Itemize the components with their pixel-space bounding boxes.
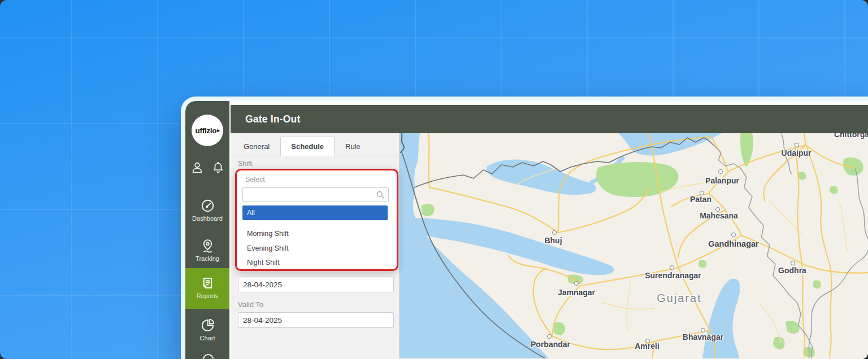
map-city-marker — [574, 281, 579, 286]
tab-bar: General Schedule Rule — [231, 133, 399, 156]
map-city-marker — [547, 334, 552, 339]
map-city-marker — [670, 265, 674, 270]
shift-label: Shift — [238, 160, 252, 168]
sidebar-item-label: Dashboard — [192, 215, 223, 222]
map-label-mahesana: Mahesana — [700, 211, 738, 220]
map-labels-layer: ChittorgaUdaipurPalanpurPatanMahesanaGan… — [400, 133, 868, 358]
sidebar-item-label: Reports — [197, 292, 219, 299]
app-logo: uffizio▸ — [192, 115, 223, 146]
tab-rule[interactable]: Rule — [335, 137, 371, 156]
map-city-marker — [552, 230, 557, 235]
tab-schedule[interactable]: Schedule — [280, 137, 335, 156]
bell-icon[interactable] — [211, 161, 225, 174]
map-city-marker — [701, 328, 705, 332]
map-city-marker — [791, 261, 795, 265]
map-label-godhra: Godhra — [778, 266, 806, 275]
map-label-patan: Patan — [690, 195, 711, 204]
option-night-shift[interactable]: Night Shift — [242, 255, 388, 270]
page-title: Gate In-Out — [245, 113, 300, 125]
option-all[interactable]: All — [242, 205, 388, 220]
report-icon — [200, 275, 215, 291]
app-window: uffizio▸ — [181, 97, 868, 359]
dropdown-search-input[interactable] — [243, 188, 388, 202]
sidebar-item-label: Tracking — [196, 255, 219, 262]
map-label-porbandar: Porbandar — [531, 340, 570, 349]
map-label-bhavnagar: Bhavnagar — [683, 332, 723, 342]
map-label-amreli: Amreli — [635, 342, 659, 351]
page-header: Gate In-Out — [231, 105, 868, 133]
valid-to-label: Valid To — [238, 300, 263, 309]
sidebar-item-dashboard[interactable]: Dashboard — [185, 198, 229, 222]
sidebar-item-partial-icon[interactable] — [203, 354, 214, 359]
shift-select[interactable]: Select — [245, 176, 265, 183]
map-label-udaipur: Udaipur — [782, 148, 811, 157]
map-city-marker — [718, 169, 723, 174]
map-city-marker — [731, 233, 736, 237]
map-label-chittorga: Chittorga — [834, 133, 868, 139]
logo-text: uffizio — [196, 126, 217, 135]
search-icon — [375, 190, 385, 200]
gate-form-panel: General Schedule Rule Shift Select — [231, 133, 400, 359]
map-label-gandhinagar: Gandhinagar — [708, 239, 758, 248]
sidebar-item-tracking[interactable]: Tracking — [185, 238, 229, 262]
map-label-gujarat: Gujarat — [657, 292, 702, 305]
tab-general[interactable]: General — [233, 137, 280, 156]
option-evening-shift[interactable]: Evening Shift — [242, 241, 388, 256]
schedule-form: Shift Select All Morning — [231, 156, 399, 359]
map-label-palanpur: Palanpur — [705, 176, 739, 185]
valid-to-input[interactable] — [238, 312, 394, 328]
option-morning-shift[interactable]: Morning Shift — [242, 226, 388, 241]
desktop-background: uffizio▸ — [0, 0, 868, 359]
logo-arrow-icon: ▸ — [217, 128, 219, 133]
sidebar-item-reports[interactable]: Reports — [185, 268, 229, 309]
gauge-icon — [200, 198, 215, 213]
valid-from-input[interactable] — [238, 277, 394, 292]
dropdown-search-box — [242, 187, 389, 202]
map-label-bhuj: Bhuj — [544, 236, 562, 245]
map-label-surendranagar: Surendranagar — [645, 271, 701, 280]
map-label-jamnagar: Jamnagar — [558, 288, 595, 297]
map-city-marker — [795, 143, 799, 147]
map[interactable]: ChittorgaUdaipurPalanpurPatanMahesanaGan… — [400, 133, 868, 359]
sidebar-item-label: Chart — [200, 335, 215, 342]
sidebar-item-chart[interactable]: Chart — [185, 318, 229, 342]
pie-chart-icon — [200, 318, 215, 333]
map-pin-icon — [200, 238, 215, 253]
sidebar: uffizio▸ — [185, 101, 229, 359]
user-icon[interactable] — [190, 161, 204, 174]
shift-dropdown-highlighted: Select All Morning Shift Evening Shift — [235, 169, 398, 271]
